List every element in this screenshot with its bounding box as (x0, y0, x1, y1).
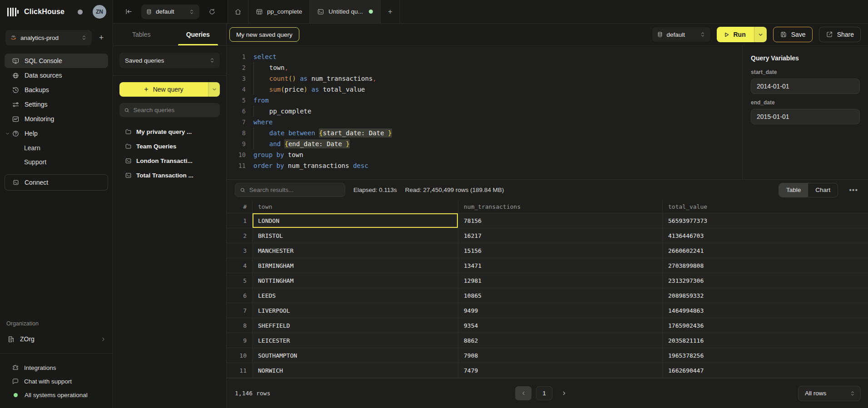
town-cell[interactable]: SOUTHAMPTON (253, 348, 458, 363)
next-page-button[interactable] (557, 386, 570, 400)
sidebar-item-monitoring[interactable]: Monitoring (5, 112, 108, 126)
end-date-input[interactable] (751, 109, 860, 124)
code-line[interactable]: 1select (232, 51, 742, 62)
save-button[interactable]: Save (773, 27, 813, 42)
run-button[interactable]: Run (717, 27, 767, 42)
column-header-num-transactions[interactable]: num_transactions (458, 200, 663, 213)
prev-page-button[interactable] (515, 386, 531, 400)
editor-database-selector[interactable]: default (652, 27, 710, 42)
code-line[interactable]: 4 sum(price) as total_value (232, 84, 742, 95)
service-selector[interactable]: analytics-prod (5, 30, 92, 45)
sidebar-item-support[interactable]: Support (5, 155, 108, 169)
system-status[interactable]: All systems operational (5, 388, 108, 402)
code-line[interactable]: 11order by num_transactions desc (232, 160, 742, 171)
town-cell[interactable]: MANCHESTER (253, 243, 458, 258)
topbar-database-selector[interactable]: default (141, 5, 199, 19)
saved-query-item[interactable]: London Transacti... (116, 153, 223, 168)
code-line[interactable]: 8 date between {start_date: Date } (232, 128, 742, 138)
total-value-cell[interactable]: 1765902436 (663, 318, 868, 333)
sidebar-item-sql-console[interactable]: SQL Console (5, 54, 108, 68)
town-cell[interactable]: LONDON (253, 213, 458, 228)
new-query-button[interactable]: + New query (119, 82, 220, 97)
avatar[interactable]: ZN (93, 5, 106, 19)
num-transactions-cell[interactable]: 9499 (458, 303, 663, 318)
town-cell[interactable]: BRISTOL (253, 228, 458, 243)
share-button[interactable]: Share (819, 27, 861, 42)
view-toggle-table[interactable]: Table (779, 183, 808, 197)
code-line[interactable]: 9 and {end_date: Date } (232, 138, 742, 149)
home-tab[interactable] (228, 0, 248, 23)
view-toggle-chart[interactable]: Chart (808, 183, 838, 197)
code-line[interactable]: 2 town, (232, 62, 742, 73)
town-cell[interactable]: LIVERPOOL (253, 303, 458, 318)
total-value-cell[interactable]: 2703899808 (663, 258, 868, 273)
connect-button[interactable]: Connect (5, 174, 108, 191)
total-value-cell[interactable]: 2089859332 (663, 288, 868, 303)
num-transactions-cell[interactable]: 13471 (458, 258, 663, 273)
sidebar-item-label: Data sources (25, 72, 62, 79)
total-value-cell[interactable]: 2035821116 (663, 333, 868, 348)
code-line[interactable]: 3 count() as num_transactions, (232, 73, 742, 84)
sidebar-item-learn[interactable]: Learn (5, 141, 108, 155)
town-cell[interactable]: LEICESTER (253, 333, 458, 348)
sidebar-item-integrations[interactable]: Integrations (5, 361, 108, 374)
num-transactions-cell[interactable]: 15156 (458, 243, 663, 258)
run-options-button[interactable] (754, 27, 767, 42)
total-value-cell[interactable]: 2313297306 (663, 273, 868, 288)
sidebar-item-data-sources[interactable]: Data sources (5, 68, 108, 83)
num-transactions-cell[interactable]: 78156 (458, 213, 663, 228)
total-value-cell[interactable]: 1464994863 (663, 303, 868, 318)
search-queries-input[interactable] (134, 107, 215, 113)
column-header-town[interactable]: town (253, 200, 458, 213)
sidebar-item-help[interactable]: Help (5, 126, 108, 141)
code-line[interactable]: 6 pp_complete (232, 106, 742, 117)
town-cell[interactable]: SHEFFIELD (253, 318, 458, 333)
num-transactions-cell[interactable]: 9354 (458, 318, 663, 333)
saved-query-item[interactable]: Team Queries (116, 139, 223, 153)
num-transactions-cell[interactable]: 8862 (458, 333, 663, 348)
column-header-total-value[interactable]: total_value (663, 200, 868, 213)
code-line[interactable]: 5from (232, 95, 742, 106)
town-cell[interactable]: LEEDS (253, 288, 458, 303)
town-cell[interactable]: NORWICH (253, 363, 458, 378)
town-cell[interactable]: BIRMINGHAM (253, 258, 458, 273)
num-transactions-cell[interactable]: 10865 (458, 288, 663, 303)
num-transactions-cell[interactable]: 7908 (458, 348, 663, 363)
num-transactions-cell[interactable]: 7479 (458, 363, 663, 378)
start-date-input[interactable] (751, 79, 860, 94)
new-tab-button[interactable]: + (381, 0, 400, 23)
sidebar-item-settings[interactable]: Settings (5, 97, 108, 112)
tab-queries[interactable]: Queries (170, 24, 227, 45)
results-more-button[interactable]: ••• (846, 186, 861, 194)
num-transactions-cell[interactable]: 16217 (458, 228, 663, 243)
town-cell[interactable]: NOTTINGHAM (253, 273, 458, 288)
collapse-sidebar-button[interactable] (122, 5, 135, 18)
code-line[interactable]: 7where (232, 117, 742, 128)
new-query-options-button[interactable] (208, 82, 220, 97)
total-value-cell[interactable]: 56593977373 (663, 213, 868, 228)
organization-selector[interactable]: ZOrg (0, 331, 113, 347)
search-results-input[interactable] (249, 187, 340, 193)
num-transactions-cell[interactable]: 12981 (458, 273, 663, 288)
current-page[interactable]: 1 (536, 386, 552, 400)
total-value-cell[interactable]: 4136446703 (663, 228, 868, 243)
refresh-button[interactable] (206, 5, 218, 18)
saved-query-item[interactable]: Total Transaction ... (116, 168, 223, 182)
saved-query-item[interactable]: My private query ... (116, 124, 223, 139)
sidebar-item-chat-support[interactable]: Chat with support (5, 374, 108, 388)
total-value-cell[interactable]: 1965378256 (663, 348, 868, 363)
saved-query-tab[interactable]: My new saved query (229, 27, 299, 42)
query-scope-selector[interactable]: Saved queries (119, 53, 220, 68)
chevron-right-icon (561, 390, 567, 396)
sidebar-item-backups[interactable]: Backups (5, 83, 108, 97)
tab-pp-complete[interactable]: pp_complete (248, 0, 310, 23)
column-header-index[interactable]: # (227, 200, 253, 213)
tab-untitled-query[interactable]: Untitled qu... (310, 0, 381, 23)
tab-tables[interactable]: Tables (113, 24, 170, 45)
total-value-cell[interactable]: 1662690447 (663, 363, 868, 378)
code-line[interactable]: 10group by town (232, 149, 742, 160)
page-size-selector[interactable]: All rows (798, 386, 861, 401)
total-value-cell[interactable]: 2660602241 (663, 243, 868, 258)
sql-editor[interactable]: 1select2 town,3 count() as num_transacti… (227, 46, 742, 179)
add-service-button[interactable]: + (95, 32, 107, 44)
